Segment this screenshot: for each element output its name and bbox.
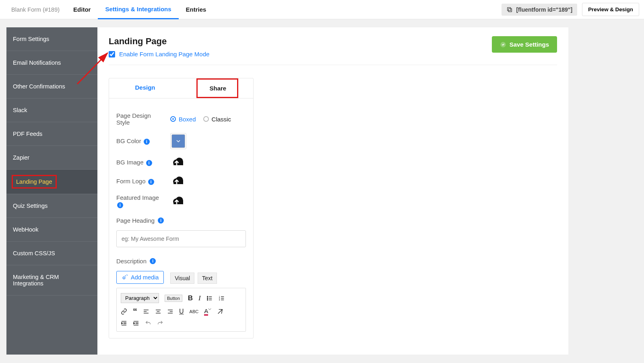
preview-design-button[interactable]: Preview & Design	[582, 3, 639, 16]
enable-landing-checkbox[interactable]	[109, 51, 115, 57]
label-page-heading: Page Heading i	[116, 217, 246, 224]
upload-featured-image[interactable]	[170, 195, 183, 207]
radio-classic-label: Classic	[212, 116, 231, 123]
shortcode-chip[interactable]: [fluentform id="189"]	[502, 4, 577, 16]
save-btn-label: Save Settings	[510, 41, 549, 48]
paragraph-select[interactable]: Paragraph	[121, 293, 159, 303]
bold-icon[interactable]: B	[188, 294, 193, 302]
save-settings-button[interactable]: Save Settings	[492, 36, 557, 53]
sidebar-item-form-settings[interactable]: Form Settings	[6, 27, 97, 51]
underline-icon[interactable]: U	[179, 308, 184, 315]
form-title: Blank Form (#189)	[5, 6, 66, 13]
svg-rect-0	[509, 8, 512, 12]
topbar-left: Blank Form (#189) Editor Settings & Inte…	[5, 0, 213, 19]
sidebar-item-webhook[interactable]: WebHook	[6, 218, 97, 242]
sidebar-item-email-notifications[interactable]: Email Notifications	[6, 51, 97, 75]
radio-classic[interactable]: Classic	[203, 116, 231, 123]
page-head: Landing Page Enable Form Landing Page Mo…	[109, 36, 557, 57]
info-icon[interactable]: i	[150, 258, 156, 264]
media-icon	[122, 274, 128, 281]
info-icon[interactable]: i	[144, 139, 150, 145]
highlight-share-tab: Share	[196, 78, 238, 98]
clear-format-icon[interactable]	[217, 308, 223, 315]
svg-point-7	[207, 298, 208, 299]
add-media-label: Add media	[131, 274, 159, 281]
layout: Form Settings Email Notifications Other …	[6, 27, 644, 355]
sidebar-item-marketing-crm[interactable]: Marketing & CRM Integrations	[6, 265, 97, 295]
row-form-logo: Form Logo i	[116, 175, 246, 187]
enable-landing-label: Enable Form Landing Page Mode	[119, 51, 209, 57]
svg-point-5	[207, 296, 208, 297]
blockquote-icon[interactable]: “	[133, 306, 137, 317]
radio-icon	[170, 116, 176, 122]
bullet-list-icon[interactable]	[206, 295, 213, 301]
upload-form-logo[interactable]	[170, 175, 183, 187]
add-media-button[interactable]: Add media	[116, 271, 164, 284]
tab-settings-integrations[interactable]: Settings & Integrations	[98, 0, 178, 19]
tab-design[interactable]: Design	[109, 78, 181, 98]
label-bg-image: BG Image i	[116, 159, 165, 166]
page-heading-input[interactable]	[116, 230, 246, 247]
strikethrough-icon[interactable]: ABC	[190, 309, 199, 314]
italic-icon[interactable]: I	[198, 294, 201, 302]
topbar: Blank Form (#189) Editor Settings & Inte…	[0, 0, 644, 19]
sidebar-item-zapier[interactable]: Zapier	[6, 146, 97, 170]
row-bg-image: BG Image i	[116, 156, 246, 168]
editor-mode-tabs: Visual Text	[170, 273, 217, 284]
sidebar-item-slack[interactable]: Slack	[6, 98, 97, 122]
outdent-icon[interactable]	[121, 320, 127, 326]
editor-tab-visual[interactable]: Visual	[170, 273, 194, 284]
tab-entries[interactable]: Entries	[179, 0, 214, 18]
link-icon[interactable]	[121, 308, 127, 315]
page-title: Landing Page	[109, 36, 209, 47]
label-featured-image: Featured Image i	[116, 194, 165, 208]
topbar-right: [fluentform id="189"] Preview & Design	[502, 3, 639, 16]
bg-color-picker[interactable]	[171, 134, 185, 148]
text-color-icon[interactable]: A	[204, 308, 211, 316]
sidebar-item-quiz-settings[interactable]: Quiz Settings	[6, 194, 97, 218]
info-icon[interactable]: i	[146, 160, 152, 166]
redo-icon[interactable]	[157, 320, 163, 326]
radio-boxed-label: Boxed	[179, 116, 196, 123]
label-description: Description i	[116, 258, 246, 265]
row-page-design-style: Page Design Style Boxed Classic	[116, 112, 246, 126]
upload-bg-image[interactable]	[170, 156, 183, 168]
shortcode-text: [fluentform id="189"]	[516, 6, 572, 13]
sidebar-item-pdf-feeds[interactable]: PDF Feeds	[6, 122, 97, 146]
tab-editor[interactable]: Editor	[66, 0, 98, 18]
undo-icon[interactable]	[145, 320, 151, 326]
highlight-landing-page: Landing Page	[12, 175, 57, 189]
info-icon[interactable]: i	[148, 179, 154, 185]
sidebar-item-landing-page[interactable]: Landing Page	[6, 170, 97, 194]
sidebar-item-other-confirmations[interactable]: Other Confirmations	[6, 75, 97, 98]
row-featured-image: Featured Image i	[116, 194, 246, 208]
radio-boxed[interactable]: Boxed	[170, 116, 196, 123]
check-circle-icon	[500, 41, 506, 48]
label-page-design-style: Page Design Style	[116, 112, 165, 126]
label-form-logo: Form Logo i	[116, 178, 165, 185]
copy-icon	[506, 6, 513, 13]
radio-icon	[203, 116, 209, 122]
design-panel: Design Share Page Design Style Boxed Cla…	[109, 78, 254, 338]
label-bg-color: BG Color i	[116, 137, 165, 145]
editor-tab-text[interactable]: Text	[198, 273, 217, 284]
main: Landing Page Enable Form Landing Page Mo…	[97, 27, 568, 355]
enable-landing-row: Enable Form Landing Page Mode	[109, 51, 209, 57]
align-left-icon[interactable]	[143, 308, 149, 315]
button-insert[interactable]: Button	[165, 295, 182, 302]
svg-text:3: 3	[219, 299, 220, 301]
align-center-icon[interactable]	[155, 308, 161, 315]
radio-group-style: Boxed Classic	[170, 116, 231, 123]
panel-tabs: Design Share	[109, 78, 253, 98]
svg-rect-1	[508, 7, 511, 10]
sidebar-item-custom-css-js[interactable]: Custom CSS/JS	[6, 242, 97, 265]
numbered-list-icon[interactable]: 123	[219, 295, 225, 301]
info-icon[interactable]: i	[117, 202, 123, 208]
info-icon[interactable]: i	[158, 217, 164, 224]
rich-text-toolbar: Paragraph Button B I 123 “ U	[116, 288, 246, 332]
indent-icon[interactable]	[133, 320, 139, 326]
svg-point-9	[207, 299, 208, 300]
sidebar: Form Settings Email Notifications Other …	[6, 27, 97, 355]
tab-share[interactable]: Share	[181, 78, 253, 98]
align-right-icon[interactable]	[167, 308, 173, 315]
